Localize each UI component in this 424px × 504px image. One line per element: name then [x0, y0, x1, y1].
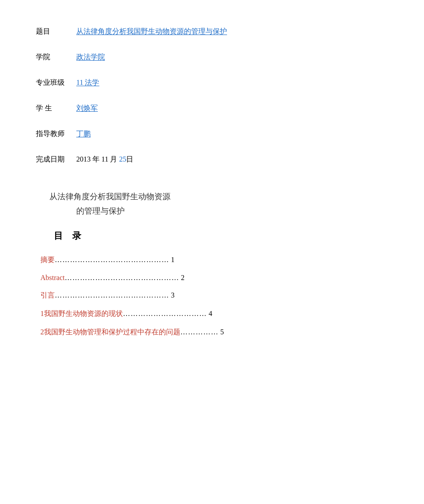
toc-dots-section1: …………………………… [123, 310, 207, 318]
toc-page-intro: 3 [171, 291, 175, 299]
title-label: 题目 [36, 27, 76, 36]
document-title-section: 从法律角度分析我国野生动物资源 的管理与保护 [36, 191, 388, 216]
toc-item-intro: 引言 ……………………………………… 3 [40, 291, 388, 300]
toc-heading: 目 录 [40, 230, 388, 242]
date-value: 2013 年 11 月 25日 [76, 155, 133, 164]
toc-item-text-section1: 1我国野生动物资源的现状 [40, 309, 123, 319]
toc-item-text-section2: 2我国野生动物管理和保护过程中存在的问题 [40, 328, 180, 337]
date-prefix: 2013 年 11 月 [76, 155, 119, 163]
toc-dots-intro: ……………………………………… [55, 291, 169, 299]
major-label: 专业班级 [36, 78, 76, 88]
date-suffix: 日 [126, 155, 133, 163]
toc-page-section2: 5 [220, 328, 224, 336]
toc-page-abstract-en: 2 [181, 274, 184, 282]
toc-section: 目 录 摘要 ……………………………………… 1 Abstract ………………… [36, 230, 388, 337]
advisor-label: 指导教师 [36, 129, 76, 139]
college-row: 学院 政法学院 [36, 53, 388, 62]
page: 题目 从法律角度分析我国野生动物资源的管理与保护 学院 政法学院 专业班级 11… [0, 0, 424, 504]
title-row: 题目 从法律角度分析我国野生动物资源的管理与保护 [36, 27, 388, 36]
toc-item-text-abstract-en: Abstract [40, 274, 65, 282]
title-line1: 从法律角度分析我国野生动物资源 [49, 191, 388, 202]
student-label: 学 生 [36, 104, 76, 113]
advisor-row: 指导教师 丁鹏 [36, 129, 388, 139]
toc-item-text-abstract: 摘要 [40, 255, 55, 265]
advisor-value: 丁鹏 [76, 129, 91, 139]
student-value: 刘焕军 [76, 104, 98, 113]
cover-section: 题目 从法律角度分析我国野生动物资源的管理与保护 学院 政法学院 专业班级 11… [36, 27, 388, 164]
toc-page-section1: 4 [209, 310, 212, 318]
toc-dots-section2: …………… [180, 328, 219, 336]
date-row: 完成日期 2013 年 11 月 25日 [36, 155, 388, 164]
toc-dots-abstract: ……………………………………… [55, 256, 169, 264]
date-label: 完成日期 [36, 155, 76, 164]
college-value: 政法学院 [76, 53, 105, 62]
major-row: 专业班级 11 法学 [36, 78, 388, 88]
toc-item-section1: 1我国野生动物资源的现状 …………………………… 4 [40, 309, 388, 319]
toc-item-section2: 2我国野生动物管理和保护过程中存在的问题 …………… 5 [40, 328, 388, 337]
toc-item-abstract: 摘要 ……………………………………… 1 [40, 255, 388, 265]
title-value: 从法律角度分析我国野生动物资源的管理与保护 [76, 27, 227, 36]
toc-item-text-intro: 引言 [40, 291, 55, 300]
toc-dots-abstract-en: ……………………………………… [65, 274, 179, 282]
student-row: 学 生 刘焕军 [36, 104, 388, 113]
toc-page-abstract: 1 [171, 256, 175, 264]
title-line2: 的管理与保护 [49, 206, 388, 216]
college-label: 学院 [36, 53, 76, 62]
major-value: 11 法学 [76, 78, 99, 88]
date-highlight: 25 [119, 155, 126, 163]
toc-item-abstract-en: Abstract ……………………………………… 2 [40, 274, 388, 282]
